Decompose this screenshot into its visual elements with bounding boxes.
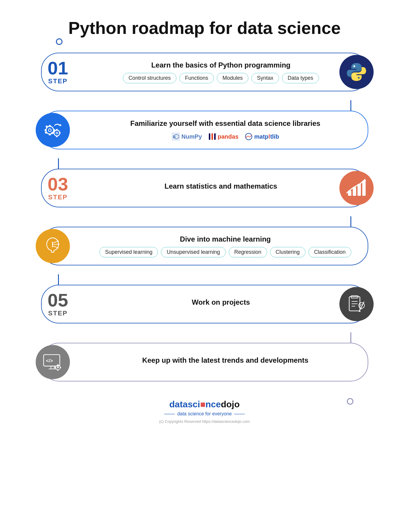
step-1-wrapper: 01 STEP Learn the basics of Python progr… xyxy=(41,53,368,91)
step-5-icon xyxy=(339,287,374,321)
numpy-icon: N xyxy=(172,132,180,141)
step-3-number-block: 03 STEP xyxy=(42,172,74,204)
step-3-card: 03 STEP Learn statistics and mathematics xyxy=(41,169,368,207)
python-icon xyxy=(345,61,368,83)
lib-logos: N NumPy pandas xyxy=(172,132,279,141)
tag-unsupervised: Unsupervised learning xyxy=(161,247,225,257)
step-2-icon xyxy=(36,113,70,147)
stats-icon xyxy=(344,176,368,200)
step-1-icon xyxy=(339,55,374,89)
step-1-label: STEP xyxy=(48,77,68,85)
step-3-title: Learn statistics and mathematics xyxy=(164,182,277,190)
roadmap-container: 01 STEP Learn the basics of Python progr… xyxy=(41,53,368,390)
step-4-tags: Supervised learning Unsupervised learnin… xyxy=(99,247,351,257)
step-1-content: Learn the basics of Python programming C… xyxy=(74,56,368,89)
numpy-logo: N NumPy xyxy=(172,132,202,141)
step-4-icon xyxy=(36,229,70,263)
svg-rect-16 xyxy=(59,132,61,134)
step-5-wrapper: 05 STEP Work on projects xyxy=(41,285,368,323)
tag-supervised: Supervised learning xyxy=(99,247,158,257)
step-6-wrapper: </> Keep up with the latest trends and d… xyxy=(41,343,368,381)
tag-regression: Regression xyxy=(229,247,267,257)
tag-control-structures: Control structures xyxy=(123,73,176,83)
step-2-card: Familiarize yourself with essential data… xyxy=(41,111,368,149)
connector-1-2 xyxy=(41,100,368,111)
page-title: Python roadmap for data science xyxy=(68,18,341,38)
svg-point-0 xyxy=(353,65,355,67)
step-5-title: Work on projects xyxy=(192,298,250,306)
step-5-number-block: 05 STEP xyxy=(42,288,74,320)
svg-rect-10 xyxy=(45,131,47,134)
svg-rect-6 xyxy=(45,129,46,131)
brand-first: data xyxy=(169,399,188,409)
step-6-content: Keep up with the latest trends and devel… xyxy=(74,351,368,373)
step-5-number: 05 xyxy=(48,291,68,309)
tagline-row: —— data science for everyone —— xyxy=(164,411,245,417)
step-1-tags: Control structures Functions Modules Syn… xyxy=(123,73,319,83)
matplotlib-logo: matpltlib xyxy=(245,132,279,141)
code-icon: </> xyxy=(41,350,65,374)
svg-point-31 xyxy=(57,240,59,242)
svg-rect-13 xyxy=(56,129,58,130)
svg-line-34 xyxy=(54,246,57,247)
svg-point-1 xyxy=(358,77,360,79)
step-3-content: Learn statistics and mathematics xyxy=(74,177,368,199)
connector-5-6 xyxy=(41,332,368,343)
pandas-logo: pandas xyxy=(208,132,239,141)
pandas-icon xyxy=(208,132,216,141)
matplotlib-icon xyxy=(245,132,253,141)
svg-rect-21 xyxy=(209,133,210,140)
step-1-number-block: 01 STEP xyxy=(42,56,74,88)
step-3-number: 03 xyxy=(48,175,68,193)
step-5-label: STEP xyxy=(48,309,68,317)
svg-rect-4 xyxy=(49,125,51,126)
svg-point-57 xyxy=(57,367,59,368)
svg-text:</>: </> xyxy=(46,358,53,363)
step-4-card: Dive into machine learning Supervised le… xyxy=(41,227,368,265)
step-1-card: 01 STEP Learn the basics of Python progr… xyxy=(41,53,368,91)
matplotlib-label: matpltlib xyxy=(254,133,279,140)
svg-point-33 xyxy=(58,243,59,245)
step-3-wrapper: 03 STEP Learn statistics and mathematics xyxy=(41,169,368,207)
ml-icon xyxy=(41,234,65,258)
step-5-card: 05 STEP Work on projects xyxy=(41,285,368,323)
svg-rect-14 xyxy=(56,135,58,137)
connector-4-5 xyxy=(41,274,368,285)
step-1-title: Learn the basics of Python programming xyxy=(151,61,290,69)
tag-modules: Modules xyxy=(217,73,248,83)
step-1-number: 01 xyxy=(48,59,68,77)
svg-rect-27 xyxy=(358,184,361,196)
logo-tagline: data science for everyone xyxy=(177,411,232,417)
svg-point-12 xyxy=(56,132,58,134)
step-2-wrapper: Familiarize yourself with essential data… xyxy=(41,111,368,149)
svg-point-11 xyxy=(54,130,60,136)
svg-line-30 xyxy=(54,241,57,242)
tag-clustering: Clustering xyxy=(270,247,305,257)
step-4-content: Dive into machine learning Supervised le… xyxy=(74,230,368,263)
gear-icon xyxy=(41,118,65,142)
end-marker xyxy=(347,398,353,405)
tag-functions: Functions xyxy=(179,73,214,83)
step-4-wrapper: Dive into machine learning Supervised le… xyxy=(41,227,368,265)
step-2-title: Familiarize yourself with essential data… xyxy=(130,119,320,128)
svg-rect-59 xyxy=(57,369,59,370)
step-6-card: </> Keep up with the latest trends and d… xyxy=(41,343,368,381)
step-2-content: Familiarize yourself with essential data… xyxy=(74,114,368,146)
tag-classification: Classification xyxy=(308,247,351,257)
logo-copyright: (c) Copyrights Reserved https://datascie… xyxy=(159,419,250,424)
start-marker xyxy=(56,38,62,45)
step-4-title: Dive into machine learning xyxy=(180,235,271,243)
numpy-label: NumPy xyxy=(181,133,202,140)
svg-rect-28 xyxy=(362,180,366,195)
step-3-label: STEP xyxy=(48,193,68,201)
step-3-icon xyxy=(339,171,374,205)
brand-sci: sci■nce xyxy=(188,399,221,409)
svg-rect-22 xyxy=(211,133,213,140)
svg-marker-29 xyxy=(363,179,366,181)
svg-point-3 xyxy=(48,129,51,132)
svg-point-35 xyxy=(57,247,58,248)
connector-2-3 xyxy=(41,158,368,169)
svg-rect-5 xyxy=(49,133,51,135)
step-6-icon: </> xyxy=(36,345,70,379)
svg-rect-61 xyxy=(60,367,61,368)
